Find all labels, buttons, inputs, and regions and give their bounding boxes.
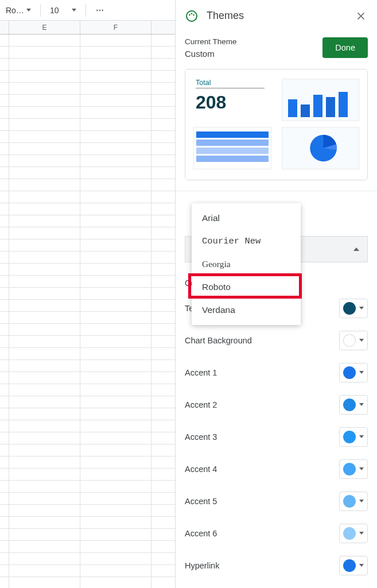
color-row: Accent 6 bbox=[185, 517, 368, 550]
chevron-down-icon bbox=[359, 500, 364, 502]
chevron-down-icon bbox=[359, 339, 364, 342]
color-picker-button[interactable] bbox=[339, 556, 368, 575]
done-button[interactable]: Done bbox=[322, 37, 368, 58]
panel-title: Themes bbox=[207, 10, 346, 22]
themes-panel: Themes Current Theme Custom Done Total 2… bbox=[175, 0, 377, 588]
preview-bar-chart bbox=[282, 79, 360, 121]
color-swatch bbox=[343, 463, 356, 475]
theme-preview[interactable]: Total 208 bbox=[185, 69, 368, 180]
current-theme-name: Custom bbox=[185, 49, 322, 59]
font-option-roboto[interactable]: Roboto bbox=[192, 276, 301, 299]
column-header-gutter bbox=[0, 21, 9, 34]
color-row: Accent 5 bbox=[185, 485, 368, 517]
chevron-up-icon bbox=[353, 247, 359, 251]
font-option-courier[interactable]: Courier New bbox=[192, 230, 301, 253]
preview-total: Total 208 bbox=[193, 79, 271, 121]
color-swatch bbox=[343, 527, 356, 540]
color-label: Accent 4 bbox=[185, 465, 339, 474]
color-picker-button[interactable] bbox=[339, 299, 368, 318]
color-row: Chart Background bbox=[185, 324, 368, 357]
font-option-verdana[interactable]: Verdana bbox=[192, 299, 301, 322]
panel-body: Current Theme Custom Done Total 208 bbox=[176, 32, 377, 588]
color-row: Accent 2 bbox=[185, 389, 368, 421]
color-picker-button[interactable] bbox=[339, 363, 368, 382]
font-option-arial[interactable]: Arial bbox=[192, 207, 301, 230]
preview-total-value: 208 bbox=[196, 92, 271, 113]
color-row: Hyperlink bbox=[185, 550, 368, 582]
chevron-down-icon bbox=[359, 403, 364, 406]
color-picker-button[interactable] bbox=[339, 492, 368, 511]
preview-total-label: Total bbox=[196, 79, 265, 88]
color-picker-button[interactable] bbox=[339, 331, 368, 350]
close-button[interactable] bbox=[354, 9, 368, 23]
color-swatch bbox=[343, 366, 356, 379]
font-option-georgia[interactable]: Georgia bbox=[192, 253, 301, 276]
color-swatch bbox=[343, 559, 356, 572]
svg-point-2 bbox=[191, 13, 193, 14]
chevron-down-icon bbox=[359, 532, 364, 535]
color-label: Chart Background bbox=[185, 336, 339, 345]
color-label: Accent 1 bbox=[185, 368, 339, 377]
column-header[interactable]: E bbox=[9, 21, 80, 34]
column-header[interactable]: F bbox=[80, 21, 151, 34]
toolbar-separator bbox=[85, 4, 86, 17]
color-label: Accent 6 bbox=[185, 529, 339, 538]
color-picker-button[interactable] bbox=[339, 427, 368, 447]
svg-point-3 bbox=[193, 14, 195, 16]
chevron-down-icon bbox=[72, 9, 76, 11]
preview-pie-chart bbox=[282, 127, 360, 169]
current-theme-label: Current Theme bbox=[185, 37, 322, 48]
font-size-selector[interactable]: 10 bbox=[46, 5, 80, 16]
color-label: Accent 3 bbox=[185, 432, 339, 442]
toolbar-separator bbox=[40, 4, 41, 17]
svg-point-0 bbox=[186, 11, 197, 21]
color-picker-button[interactable] bbox=[339, 524, 368, 543]
color-swatch bbox=[343, 302, 356, 315]
chevron-down-icon bbox=[359, 307, 364, 310]
chevron-down-icon bbox=[359, 564, 364, 567]
font-size-value: 10 bbox=[50, 6, 59, 15]
color-swatch bbox=[343, 495, 356, 508]
color-picker-button[interactable] bbox=[339, 395, 368, 415]
color-picker-button[interactable] bbox=[339, 459, 368, 479]
color-label: Hyperlink bbox=[185, 561, 339, 570]
more-menu-button[interactable]: ⋯ bbox=[92, 3, 109, 17]
color-swatch bbox=[343, 334, 356, 347]
color-label: Accent 2 bbox=[185, 400, 339, 409]
font-name-value: Ro… bbox=[6, 6, 24, 15]
color-swatch bbox=[343, 399, 356, 411]
preview-table bbox=[193, 127, 271, 169]
chevron-down-icon bbox=[26, 9, 31, 11]
panel-header: Themes bbox=[176, 0, 377, 32]
palette-icon bbox=[185, 9, 199, 23]
font-name-selector[interactable]: Ro… bbox=[2, 5, 34, 16]
color-label: Accent 5 bbox=[185, 497, 339, 506]
colors-list: TextChart BackgroundAccent 1Accent 2Acce… bbox=[185, 292, 368, 582]
color-row: Accent 3 bbox=[185, 421, 368, 453]
font-dropdown-menu: ArialCourier NewGeorgiaRobotoVerdana bbox=[192, 203, 301, 325]
current-theme-row: Current Theme Custom Done bbox=[185, 37, 368, 59]
svg-point-1 bbox=[189, 14, 191, 16]
color-row: Accent 1 bbox=[185, 357, 368, 389]
chevron-down-icon bbox=[359, 435, 364, 438]
chevron-down-icon bbox=[359, 371, 364, 374]
color-swatch bbox=[343, 431, 356, 443]
chevron-down-icon bbox=[359, 467, 364, 470]
color-row: Accent 4 bbox=[185, 453, 368, 485]
